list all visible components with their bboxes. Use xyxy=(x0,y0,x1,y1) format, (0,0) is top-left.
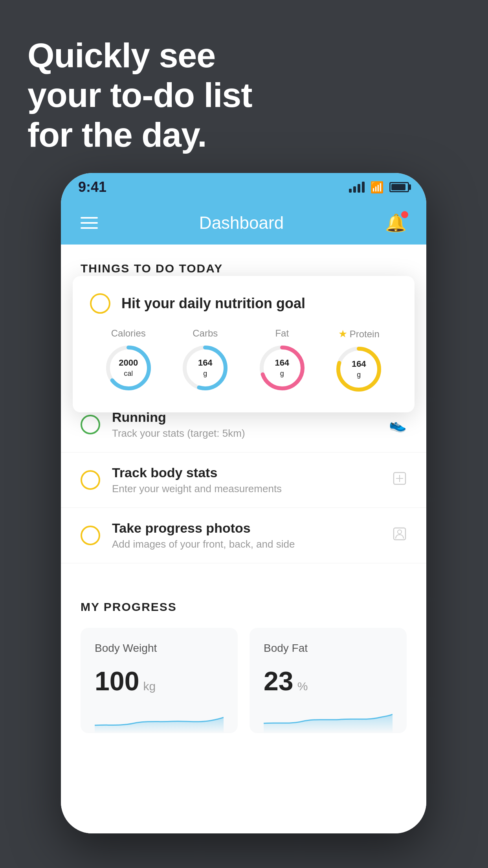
headline: Quickly see your to-do list for the day. xyxy=(28,35,252,155)
card-title: Hit your daily nutrition goal xyxy=(121,295,305,312)
todo-subtitle-running: Track your stats (target: 5km) xyxy=(112,427,377,440)
progress-section: MY PROGRESS Body Weight 100 kg xyxy=(61,583,426,750)
body-fat-card: Body Fat 23 % xyxy=(250,628,407,733)
scale-icon xyxy=(393,471,407,489)
nutrition-row: Calories 2000cal Carbs xyxy=(90,328,397,393)
todo-check-photos[interactable] xyxy=(81,526,100,545)
notification-badge xyxy=(401,211,408,218)
body-fat-unit: % xyxy=(297,680,308,693)
svg-point-12 xyxy=(398,530,402,534)
protein-label: ★ Protein xyxy=(338,328,380,340)
signal-icon xyxy=(349,182,365,193)
wifi-icon: 📶 xyxy=(370,181,384,194)
body-weight-unit: kg xyxy=(143,680,156,693)
fat-label: Fat xyxy=(275,328,289,339)
battery-icon xyxy=(389,182,409,192)
notifications-button[interactable]: 🔔 xyxy=(385,213,407,233)
body-weight-label: Body Weight xyxy=(95,642,224,655)
todo-subtitle-photos: Add images of your front, back, and side xyxy=(112,538,381,550)
body-weight-value: 100 kg xyxy=(95,666,224,696)
nutrition-carbs: Carbs 164g xyxy=(182,328,229,392)
phone-mockup: 9:41 📶 Dashboard 🔔 THINGS TO DO TODAY xyxy=(61,173,426,833)
card-title-row: Hit your daily nutrition goal xyxy=(90,293,397,314)
fat-value: 164g xyxy=(275,358,289,379)
nav-title: Dashboard xyxy=(199,213,284,233)
body-fat-number: 23 xyxy=(264,666,294,696)
body-weight-number: 100 xyxy=(95,666,139,696)
todo-title-body-stats: Track body stats xyxy=(112,465,381,480)
todo-check-running[interactable] xyxy=(81,415,100,434)
calories-label: Calories xyxy=(111,328,146,339)
carbs-value: 164g xyxy=(198,358,213,379)
todo-text-body-stats: Track body stats Enter your weight and m… xyxy=(112,465,381,495)
todo-item-photos[interactable]: Take progress photos Add images of your … xyxy=(61,508,426,563)
progress-header: MY PROGRESS xyxy=(81,600,407,614)
nutrition-fat: Fat 164g xyxy=(259,328,306,392)
nutrition-protein: ★ Protein 164g xyxy=(335,328,382,393)
status-icons: 📶 xyxy=(349,181,409,194)
body-weight-chart xyxy=(95,706,224,733)
body-fat-value: 23 % xyxy=(264,666,393,696)
nav-bar: Dashboard 🔔 xyxy=(61,201,426,245)
protein-chart: 164g xyxy=(335,346,382,393)
todo-check-nutrition[interactable] xyxy=(90,293,110,314)
todo-item-body-stats[interactable]: Track body stats Enter your weight and m… xyxy=(61,452,426,508)
progress-cards: Body Weight 100 kg xyxy=(81,628,407,733)
protein-value: 164g xyxy=(352,359,366,380)
nutrition-card: Hit your daily nutrition goal Calories 2… xyxy=(73,276,415,412)
calories-value: 2000cal xyxy=(119,358,138,379)
app-content: THINGS TO DO TODAY Hit your daily nutrit… xyxy=(61,245,426,833)
calories-chart: 2000cal xyxy=(105,344,152,392)
todo-check-body-stats[interactable] xyxy=(81,470,100,490)
status-time: 9:41 xyxy=(78,179,106,195)
body-fat-label: Body Fat xyxy=(264,642,393,655)
status-bar: 9:41 📶 xyxy=(61,173,426,201)
todo-list: Running Track your stats (target: 5km) 👟… xyxy=(61,397,426,563)
carbs-chart: 164g xyxy=(182,344,229,392)
body-weight-card: Body Weight 100 kg xyxy=(81,628,238,733)
todo-subtitle-body-stats: Enter your weight and measurements xyxy=(112,483,381,495)
menu-button[interactable] xyxy=(81,217,98,229)
carbs-label: Carbs xyxy=(193,328,218,339)
todo-text-photos: Take progress photos Add images of your … xyxy=(112,520,381,550)
star-icon: ★ xyxy=(338,328,347,340)
todo-title-photos: Take progress photos xyxy=(112,520,381,536)
running-icon: 👟 xyxy=(389,416,407,433)
person-icon xyxy=(393,527,407,544)
body-fat-chart xyxy=(264,706,393,733)
fat-chart: 164g xyxy=(259,344,306,392)
nutrition-calories: Calories 2000cal xyxy=(105,328,152,392)
todo-text-running: Running Track your stats (target: 5km) xyxy=(112,410,377,440)
